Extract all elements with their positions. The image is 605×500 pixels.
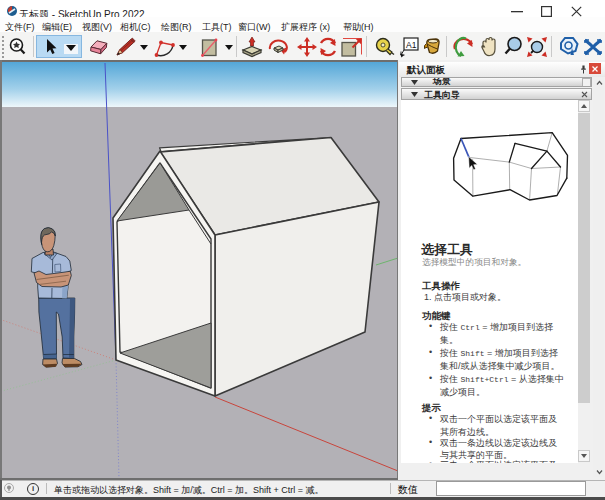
svg-text:A1: A1 — [406, 40, 417, 50]
